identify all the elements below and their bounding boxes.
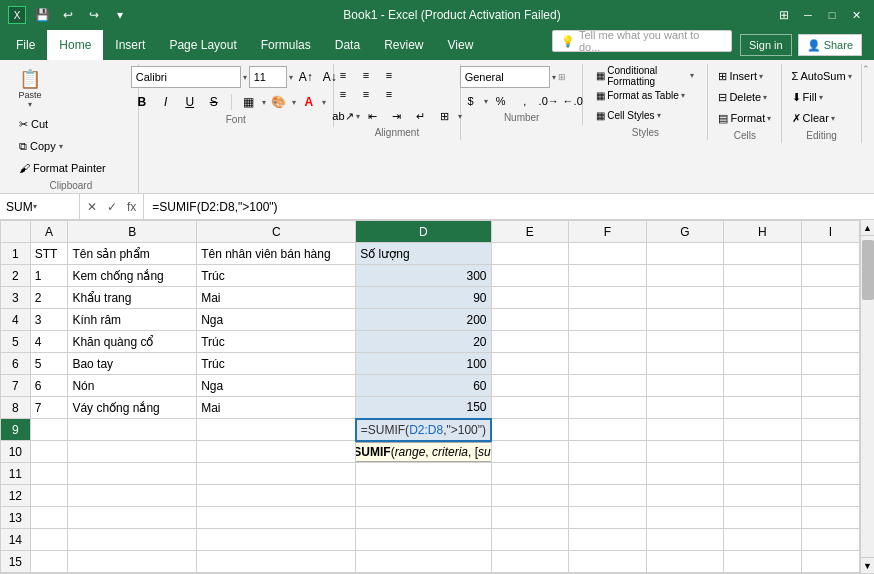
font-size-dropdown[interactable]: ▾ — [289, 73, 293, 82]
cell-H9[interactable] — [724, 419, 802, 441]
cell-F9[interactable] — [569, 419, 647, 441]
cell-C7[interactable]: Nga — [197, 375, 356, 397]
cell-B5[interactable]: Khăn quàng cổ — [68, 331, 197, 353]
maximize-button[interactable]: □ — [822, 5, 842, 25]
font-color-button[interactable]: A — [298, 92, 320, 112]
autosum-button[interactable]: Σ AutoSum ▾ — [785, 66, 859, 86]
cell-I3[interactable] — [801, 287, 859, 309]
cell-G3[interactable] — [646, 287, 724, 309]
qat-more-button[interactable]: ▾ — [110, 5, 130, 25]
col-header-I[interactable]: I — [801, 221, 859, 243]
cell-B4[interactable]: Kính râm — [68, 309, 197, 331]
cell-E9[interactable] — [491, 419, 569, 441]
cell-C8[interactable]: Mai — [197, 397, 356, 419]
tell-me-box[interactable]: 💡 Tell me what you want to do... — [552, 30, 732, 52]
formula-input[interactable] — [144, 200, 874, 214]
cell-C3[interactable]: Mai — [197, 287, 356, 309]
cell-I2[interactable] — [801, 265, 859, 287]
cell-B7[interactable]: Nón — [68, 375, 197, 397]
cell-G1[interactable] — [646, 243, 724, 265]
decrease-decimal-button[interactable]: ←.0 — [562, 92, 584, 110]
cell-F6[interactable] — [569, 353, 647, 375]
cell-A5[interactable]: 4 — [30, 331, 68, 353]
cell-G7[interactable] — [646, 375, 724, 397]
name-box[interactable]: SUM ▾ — [0, 194, 80, 219]
menu-insert[interactable]: Insert — [103, 30, 157, 60]
cell-E1[interactable] — [491, 243, 569, 265]
cell-D4[interactable]: 200 — [356, 309, 491, 331]
cell-G6[interactable] — [646, 353, 724, 375]
vertical-scrollbar[interactable]: ▲ ▼ — [860, 220, 874, 573]
italic-button[interactable]: I — [155, 92, 177, 112]
cell-H1[interactable] — [724, 243, 802, 265]
restore-icon[interactable]: ⊞ — [774, 5, 794, 25]
indent-decrease-button[interactable]: ⇤ — [362, 107, 384, 125]
insert-cells-button[interactable]: ⊞ Insert ▾ — [711, 66, 778, 86]
bold-button[interactable]: B — [131, 92, 153, 112]
cell-I8[interactable] — [801, 397, 859, 419]
col-header-G[interactable]: G — [646, 221, 724, 243]
cell-D7[interactable]: 60 — [356, 375, 491, 397]
cell-C9[interactable] — [197, 419, 356, 441]
cell-E2[interactable] — [491, 265, 569, 287]
cell-F2[interactable] — [569, 265, 647, 287]
cell-G4[interactable] — [646, 309, 724, 331]
cell-F8[interactable] — [569, 397, 647, 419]
cell-B8[interactable]: Váy chống nắng — [68, 397, 197, 419]
cell-H7[interactable] — [724, 375, 802, 397]
cell-G10[interactable] — [646, 441, 724, 463]
col-header-F[interactable]: F — [569, 221, 647, 243]
sign-in-button[interactable]: Sign in — [740, 34, 792, 56]
save-button[interactable]: 💾 — [32, 5, 52, 25]
cell-B6[interactable]: Bao tay — [68, 353, 197, 375]
align-top-center-button[interactable]: ≡ — [355, 66, 377, 84]
cell-A7[interactable]: 6 — [30, 375, 68, 397]
cell-A1[interactable]: STT — [30, 243, 68, 265]
increase-font-button[interactable]: A↑ — [295, 67, 317, 87]
scroll-up-button[interactable]: ▲ — [861, 220, 874, 236]
cell-E3[interactable] — [491, 287, 569, 309]
cell-C10[interactable] — [197, 441, 356, 463]
cell-G5[interactable] — [646, 331, 724, 353]
col-header-A[interactable]: A — [30, 221, 68, 243]
cell-H8[interactable] — [724, 397, 802, 419]
cell-F7[interactable] — [569, 375, 647, 397]
conditional-formatting-button[interactable]: ▦ Conditional Formatting ▾ — [591, 66, 699, 85]
cell-E6[interactable] — [491, 353, 569, 375]
copy-button[interactable]: ⧉ Copy ▾ — [12, 136, 113, 156]
cell-C1[interactable]: Tên nhân viên bán hàng — [197, 243, 356, 265]
comma-button[interactable]: , — [514, 92, 536, 110]
cell-D8[interactable]: 150 — [356, 397, 491, 419]
formula-confirm-button[interactable]: ✓ — [104, 200, 120, 214]
formula-cancel-button[interactable]: ✕ — [84, 200, 100, 214]
underline-button[interactable]: U — [179, 92, 201, 112]
cell-B2[interactable]: Kem chống nắng — [68, 265, 197, 287]
cell-C5[interactable]: Trúc — [197, 331, 356, 353]
cell-H4[interactable] — [724, 309, 802, 331]
fill-dropdown[interactable]: ▾ — [292, 98, 296, 107]
cell-B1[interactable]: Tên sản phẩm — [68, 243, 197, 265]
cell-H3[interactable] — [724, 287, 802, 309]
cell-E8[interactable] — [491, 397, 569, 419]
ribbon-collapse-icon[interactable]: ⌃ — [862, 64, 870, 74]
cell-G9[interactable] — [646, 419, 724, 441]
cell-E4[interactable] — [491, 309, 569, 331]
currency-button[interactable]: $ — [460, 92, 482, 110]
cell-C2[interactable]: Trúc — [197, 265, 356, 287]
minimize-button[interactable]: ─ — [798, 5, 818, 25]
borders-dropdown[interactable]: ▾ — [262, 98, 266, 107]
cell-A10[interactable] — [30, 441, 68, 463]
orientation-dropdown[interactable]: ▾ — [356, 112, 360, 121]
cell-A2[interactable]: 1 — [30, 265, 68, 287]
cell-B9[interactable] — [68, 419, 197, 441]
increase-decimal-button[interactable]: .0→ — [538, 92, 560, 110]
cell-D10[interactable]: SUMIF(range, criteria, [sum_range]) — [356, 441, 491, 463]
align-top-left-button[interactable]: ≡ — [332, 66, 354, 84]
cell-A8[interactable]: 7 — [30, 397, 68, 419]
cell-D1[interactable]: Số lượng — [356, 243, 491, 265]
cell-I9[interactable] — [801, 419, 859, 441]
cell-I6[interactable] — [801, 353, 859, 375]
cell-E10[interactable] — [491, 441, 569, 463]
format-painter-button[interactable]: 🖌 Format Painter — [12, 158, 113, 178]
cell-H5[interactable] — [724, 331, 802, 353]
